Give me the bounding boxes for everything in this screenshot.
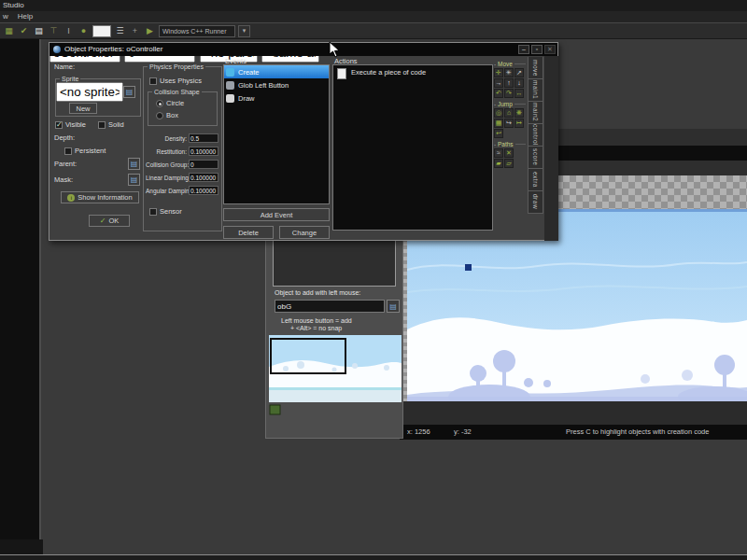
path-position-icon[interactable]: ▰ <box>494 159 503 168</box>
action-tab[interactable]: score <box>528 147 543 169</box>
dialog-titlebar[interactable]: Object Properties: oController – ▫ ✕ <box>49 43 557 56</box>
path-speed-icon[interactable]: ▱ <box>504 159 514 168</box>
sensor-label: Sensor <box>160 207 182 216</box>
object-add-input[interactable] <box>275 300 385 313</box>
show-information-button[interactable]: i Show Information <box>61 191 139 203</box>
jump-to-start-icon[interactable]: ⌂ <box>504 108 514 118</box>
action-tab[interactable]: main1 <box>528 79 543 102</box>
physics-field-row: Angular Damping: 0.100000 <box>146 184 220 197</box>
close-button[interactable]: ✕ <box>544 45 556 54</box>
action-tab[interactable]: move <box>528 57 543 79</box>
set-friction-icon[interactable]: ↔ <box>514 89 524 98</box>
speed-horizontal-icon[interactable]: → <box>494 78 503 88</box>
move-to-contact-icon[interactable]: ↦ <box>514 119 524 128</box>
move-towards-icon[interactable]: ↗ <box>514 68 524 77</box>
jump-to-position-icon[interactable]: ◎ <box>494 108 503 118</box>
jump-group-header: Jump <box>494 100 526 108</box>
sprite-menu-button[interactable]: ▤ <box>123 86 135 98</box>
visible-checkbox[interactable] <box>55 121 63 129</box>
physics-properties-group: Physics Properties Uses Physics Collisio… <box>143 63 222 231</box>
sprite-input[interactable] <box>56 82 123 102</box>
physics-field-row: Density: 0.5 <box>146 132 220 145</box>
object-add-label: Object to add with left mouse: <box>275 289 360 296</box>
toolbox-right-fill <box>544 56 558 241</box>
runner-dropdown-arrow-icon[interactable]: ▾ <box>238 25 250 37</box>
bounce-icon[interactable]: ↩ <box>494 129 503 138</box>
text-tool-icon[interactable]: ⊤ <box>48 25 60 37</box>
move-fixed-icon[interactable]: ✛ <box>494 68 503 77</box>
new-project-icon[interactable]: ▦ <box>3 25 15 37</box>
wrap-screen-icon[interactable]: ↪ <box>504 119 514 128</box>
action-tab[interactable]: draw <box>528 191 543 214</box>
reverse-horizontal-icon[interactable]: ↶ <box>494 89 503 98</box>
set-gravity-icon[interactable]: ↓ <box>514 78 524 88</box>
add-icon[interactable]: + <box>129 25 141 37</box>
persistent-label: Persistent <box>75 147 106 155</box>
add-event-button[interactable]: Add Event <box>223 208 330 221</box>
align-to-grid-icon[interactable]: ▦ <box>494 119 503 128</box>
physics-fields: Density: 0.5 Restitution: 0.100000 Colli… <box>146 132 220 197</box>
cursor-tool-icon[interactable]: I <box>63 25 75 37</box>
preview-aqua-band <box>269 390 402 402</box>
ok-button[interactable]: ✓ OK <box>89 215 130 227</box>
info-icon: i <box>67 194 75 202</box>
event-draw[interactable]: Draw <box>224 91 329 105</box>
actions-list: Execute a piece of code <box>332 64 493 231</box>
list-icon[interactable]: ☰ <box>114 25 126 37</box>
parent-menu-button[interactable]: ▤ <box>128 158 140 170</box>
persistent-checkbox[interactable] <box>64 147 72 155</box>
new-sprite-button[interactable]: New <box>69 103 97 114</box>
action-tab[interactable]: extra <box>528 169 543 191</box>
event-icon <box>226 94 234 103</box>
sensor-checkbox[interactable] <box>149 208 157 216</box>
reverse-vertical-icon[interactable]: ↷ <box>504 89 514 98</box>
minimize-button[interactable]: – <box>518 45 529 54</box>
uses-physics-checkbox[interactable] <box>149 77 157 85</box>
room-icon[interactable] <box>92 25 111 37</box>
delete-event-button[interactable]: Delete <box>223 226 274 239</box>
name-label: Name: <box>54 63 75 71</box>
event-glob-left-button[interactable]: Glob Left Button <box>224 78 329 91</box>
paths-icons: ≈✕▰▱ <box>494 148 526 168</box>
sprite-icon[interactable]: ● <box>78 25 90 37</box>
end-path-icon[interactable]: ✕ <box>504 148 514 158</box>
physics-field-input[interactable]: 0.100000 <box>189 173 218 182</box>
menu-item-window-partial[interactable]: w <box>3 11 8 22</box>
preview-green-marker <box>270 405 280 414</box>
room-preview[interactable] <box>269 335 402 415</box>
menu-bar: wHelp <box>0 11 747 22</box>
save-icon[interactable]: ✔ <box>18 25 30 37</box>
instance-list-box[interactable] <box>273 240 396 287</box>
physics-field-input[interactable]: 0.100000 <box>189 186 218 195</box>
change-event-button[interactable]: Change <box>279 226 330 239</box>
speed-vertical-icon[interactable]: ↑ <box>504 78 514 88</box>
runner-dropdown[interactable]: Windows C++ Runner <box>159 25 235 37</box>
action-execute-code[interactable]: Execute a piece of code <box>333 65 492 79</box>
uses-physics-label: Uses Physics <box>160 77 202 85</box>
physics-field-input[interactable]: 0.5 <box>189 133 218 143</box>
move-free-icon[interactable]: ✳ <box>504 68 514 77</box>
action-tab-strip: movemain1main2controlscoreextradraw <box>528 57 543 214</box>
action-tab[interactable]: main2 <box>528 102 543 124</box>
transparency-checker-top <box>557 175 747 209</box>
jump-to-random-icon[interactable]: ❋ <box>514 108 524 118</box>
physics-field-input[interactable]: 0 <box>189 160 218 169</box>
action-tab[interactable]: control <box>528 124 543 147</box>
new-resource-icon[interactable]: ▤ <box>33 25 45 37</box>
collision-shape-group: Collision Shape Circle Box <box>148 89 218 126</box>
menu-item-help[interactable]: Help <box>18 11 33 22</box>
run-icon[interactable]: ▶ <box>144 25 156 37</box>
circle-radio[interactable] <box>156 100 163 107</box>
object-menu-button[interactable]: ▤ <box>387 300 400 313</box>
solid-checkbox[interactable] <box>98 121 106 129</box>
placed-object-instance[interactable] <box>465 264 472 271</box>
main-toolbar: ▦✔▤⊤I●☰+▶ Windows C++ Runner ▾ <box>0 22 747 39</box>
maximize-button[interactable]: ▫ <box>531 45 543 54</box>
event-icon <box>226 81 234 90</box>
physics-field-input[interactable]: 0.100000 <box>189 147 218 156</box>
event-create[interactable]: Create <box>224 65 329 78</box>
set-path-icon[interactable]: ≈ <box>494 148 503 158</box>
resource-tree-panel[interactable] <box>0 39 41 539</box>
mask-menu-button[interactable]: ▤ <box>128 174 140 186</box>
box-radio[interactable] <box>156 112 163 119</box>
